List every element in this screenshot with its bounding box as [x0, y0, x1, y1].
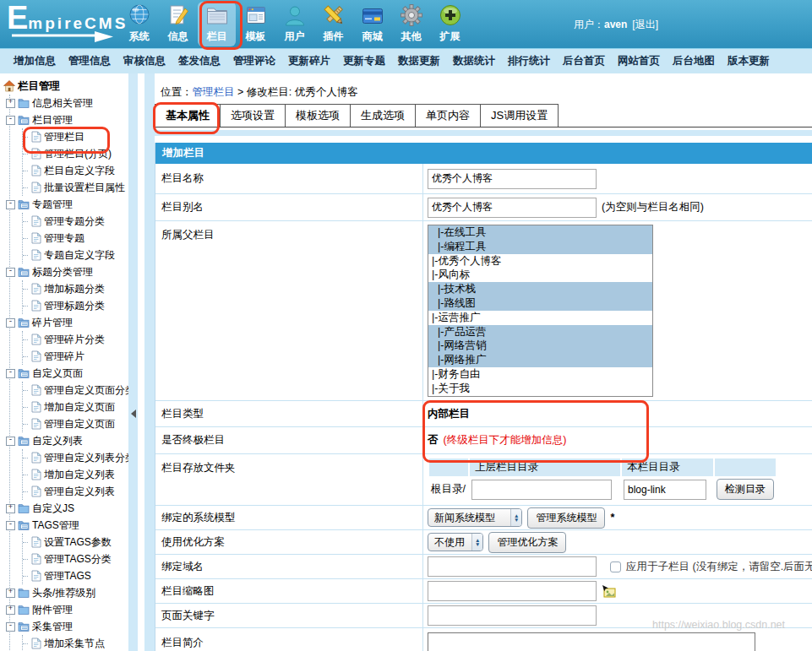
- tree-group[interactable]: -栏目管理: [6, 111, 128, 128]
- collapse-sidebar-icon[interactable]: [131, 410, 136, 418]
- tree-leaf[interactable]: 管理栏目(分页): [23, 145, 128, 162]
- tree-leaf[interactable]: 管理碎片: [23, 348, 128, 365]
- tab-2[interactable]: 模板选项: [286, 104, 351, 127]
- plus-box-icon[interactable]: +: [6, 504, 15, 513]
- nav-item[interactable]: 后台地图: [673, 54, 715, 68]
- manage-optimize-button[interactable]: 管理优化方案: [488, 532, 566, 553]
- menu-template[interactable]: 模板: [237, 2, 275, 46]
- tree-leaf[interactable]: 增加自定义页面: [23, 399, 128, 415]
- tree-group[interactable]: -自定义页面: [6, 365, 128, 382]
- parent-option[interactable]: |-在线工具: [428, 225, 652, 240]
- menu-user[interactable]: 用户: [275, 2, 313, 46]
- minus-box-icon[interactable]: -: [6, 116, 15, 125]
- parent-option[interactable]: |-运营推广: [428, 311, 652, 325]
- tree-leaf[interactable]: 管理自定义列表: [23, 483, 128, 500]
- upper-dir-input[interactable]: [471, 480, 612, 500]
- plus-box-icon[interactable]: +: [6, 605, 15, 615]
- tab-4[interactable]: 单页内容: [416, 104, 481, 127]
- minus-box-icon[interactable]: -: [6, 521, 15, 530]
- tab-3[interactable]: 生成选项: [351, 104, 416, 127]
- menu-plugin[interactable]: 插件: [314, 2, 352, 46]
- plus-box-icon[interactable]: +: [6, 99, 15, 108]
- logout-link[interactable]: [退出]: [632, 19, 658, 30]
- tree-leaf[interactable]: 增加自定义列表: [23, 466, 128, 483]
- tree-leaf[interactable]: 栏目自定义字段: [23, 162, 128, 179]
- parent-option[interactable]: |-优秀个人博客: [428, 254, 652, 269]
- nav-item[interactable]: 管理评论: [233, 54, 275, 68]
- tree-leaf[interactable]: 管理TAGS: [23, 567, 128, 584]
- parent-option[interactable]: |-编程工具: [428, 240, 652, 254]
- domain-input[interactable]: [428, 556, 597, 577]
- tree-leaf-annotated[interactable]: 管理栏目: [23, 128, 128, 145]
- minus-box-icon[interactable]: -: [6, 622, 15, 632]
- image-picker-icon[interactable]: [602, 584, 616, 599]
- minus-box-icon[interactable]: -: [6, 318, 15, 328]
- tree-group[interactable]: -采集管理: [6, 618, 128, 635]
- parent-option[interactable]: |-技术栈: [428, 282, 652, 296]
- tree-group[interactable]: -标题分类管理: [6, 263, 128, 280]
- tree-leaf[interactable]: 增加标题分类: [23, 280, 128, 297]
- nav-item[interactable]: 更新碎片: [288, 54, 330, 68]
- parent-column-listbox[interactable]: |-在线工具|-编程工具|-优秀个人博客|-风向标|-技术栈|-路线图|-运营推…: [428, 225, 653, 397]
- nav-item[interactable]: 数据统计: [453, 54, 495, 68]
- intro-textarea[interactable]: [428, 632, 755, 651]
- parent-option[interactable]: |-产品运营: [428, 325, 652, 339]
- tree-group[interactable]: +头条/推荐级别: [6, 584, 128, 601]
- minus-box-icon[interactable]: -: [6, 369, 15, 378]
- parent-option[interactable]: |-关于我: [428, 382, 652, 396]
- parent-option[interactable]: |-网络推广: [428, 353, 652, 367]
- tree-leaf[interactable]: 管理专题: [23, 230, 128, 247]
- parent-option[interactable]: |-风向标: [428, 268, 652, 282]
- sidebar-splitter[interactable]: [128, 73, 138, 651]
- nav-item[interactable]: 更新专题: [343, 54, 385, 68]
- system-model-select[interactable]: 新闻系统模型 ▲▼: [428, 508, 522, 527]
- parent-option[interactable]: |-路线图: [428, 296, 652, 311]
- optimize-select[interactable]: 不使用 ▲▼: [428, 533, 483, 551]
- apply-subcolumn-checkbox[interactable]: [610, 561, 621, 572]
- menu-extend[interactable]: 扩展: [431, 2, 469, 46]
- menu-info[interactable]: 信息: [159, 2, 197, 46]
- tab-1[interactable]: 选项设置: [221, 104, 286, 127]
- menu-other[interactable]: 其他: [392, 2, 430, 46]
- tree-group[interactable]: +附件管理: [6, 601, 128, 618]
- minus-box-icon[interactable]: -: [6, 200, 15, 209]
- parent-option[interactable]: |-网络营销: [428, 339, 652, 353]
- nav-item[interactable]: 签发信息: [178, 54, 221, 68]
- minus-box-icon[interactable]: -: [6, 437, 15, 446]
- minus-box-icon[interactable]: -: [6, 268, 15, 277]
- tree-leaf[interactable]: 管理TAGS分类: [23, 551, 128, 567]
- nav-item[interactable]: 版本更新: [728, 54, 770, 68]
- thumbnail-input[interactable]: [428, 581, 597, 601]
- nav-item[interactable]: 增加信息: [14, 54, 56, 68]
- current-dir-input[interactable]: [624, 480, 706, 500]
- breadcrumb-link[interactable]: 管理栏目: [193, 86, 235, 98]
- tree-leaf[interactable]: 管理专题分类: [23, 213, 128, 230]
- column-alias-input[interactable]: [428, 198, 597, 218]
- keywords-input[interactable]: [428, 605, 597, 626]
- column-name-input[interactable]: [428, 169, 597, 189]
- tree-leaf[interactable]: 增加采集节点: [23, 635, 128, 651]
- tree-leaf[interactable]: 管理自定义页面分类: [23, 382, 128, 399]
- tree-leaf[interactable]: 管理自定义页面: [23, 415, 128, 432]
- nav-item[interactable]: 排行统计: [508, 54, 550, 68]
- sidebar-root[interactable]: 栏目管理: [3, 78, 128, 95]
- tree-leaf[interactable]: 管理自定义列表分类: [23, 449, 128, 466]
- nav-item[interactable]: 网站首页: [618, 54, 660, 68]
- nav-item[interactable]: 审核信息: [123, 54, 166, 68]
- tree-leaf[interactable]: 设置TAGS参数: [23, 534, 128, 551]
- menu-system[interactable]: 系统: [120, 2, 158, 46]
- check-dir-button[interactable]: 检测目录: [717, 479, 774, 500]
- nav-item[interactable]: 数据更新: [398, 54, 440, 68]
- tree-leaf[interactable]: 专题自定义字段: [23, 247, 128, 263]
- tree-leaf[interactable]: 管理标题分类: [23, 297, 128, 314]
- tree-group[interactable]: -自定义列表: [6, 432, 128, 449]
- tree-group[interactable]: +自定义JS: [6, 500, 128, 517]
- plus-box-icon[interactable]: +: [6, 589, 15, 598]
- tree-leaf[interactable]: 批量设置栏目属性: [23, 179, 128, 196]
- tree-leaf[interactable]: 管理碎片分类: [23, 331, 128, 348]
- menu-column[interactable]: 栏目: [198, 2, 236, 46]
- tab-5[interactable]: JS调用设置: [481, 104, 559, 127]
- tree-group[interactable]: +信息相关管理: [6, 95, 128, 111]
- nav-item[interactable]: 管理信息: [68, 54, 111, 68]
- menu-mall[interactable]: 商城: [353, 2, 391, 46]
